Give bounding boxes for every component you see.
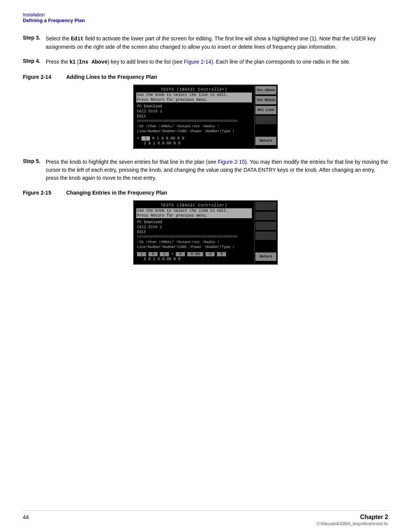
step5-block: Step 5. Press the knob to highlight the … — [23, 158, 388, 182]
fig14-btn-empty — [255, 116, 276, 124]
page-footer: 44 Chapter 2 O:\Manuals\E6385A_Amps\Book… — [23, 510, 388, 521]
fig14-arrow: > — [137, 136, 139, 141]
step3-code: Edit — [71, 36, 84, 42]
page-container: Installation Defining a Frequency Plan S… — [0, 0, 411, 532]
figure14-screen-outer: TESTS (IBASIC Controller) Use the knob t… — [133, 85, 278, 149]
fig15-btn-empty2 — [255, 212, 276, 220]
step4-link[interactable]: Figure 2-14 — [184, 59, 212, 65]
fig15-hdr1: !ID !Chan !VRRAL/ !Output!Ant !Radio ! — [136, 240, 252, 244]
step4-block: Step 4. Press the k1 (Ins Above) key to … — [23, 58, 388, 66]
fig15-hl5: 0.00 — [187, 252, 203, 256]
fig15-data2: 2 0 1 0 0.00 0 0 — [136, 257, 252, 262]
figure15-sidebar: Return — [254, 201, 277, 264]
breadcrumb: Installation Defining a Frequency Plan — [23, 11, 388, 23]
footer-file: O:\Manuals\E6385A_Amps\Book\install.fm — [317, 522, 388, 526]
step3-label: Step 3. — [23, 35, 40, 41]
figure15-screen-main: TESTS (IBASIC Controller) Use the knob t… — [134, 201, 254, 264]
fig14-sep: ========================================… — [136, 119, 252, 124]
breadcrumb-current[interactable]: Defining a Frequency Plan — [23, 18, 388, 23]
step4-k1: k1 — [70, 59, 76, 65]
figure14-screen-wrapper: TESTS (IBASIC Controller) Use the knob t… — [23, 85, 388, 149]
fig15-sep: ========================================… — [136, 235, 252, 240]
figure14-caption: Adding Lines to the Frequency Plan — [66, 74, 157, 80]
step5-text: Press the knob to highlight the seven en… — [46, 159, 388, 181]
figure15-block: Figure 2-15 Changing Entries in the Freq… — [23, 190, 388, 265]
figure15-title: Figure 2-15 Changing Entries in the Freq… — [23, 190, 388, 196]
step3-block: Step 3. Select the Edit field to activat… — [23, 35, 388, 51]
fig14-btn-return[interactable]: Return — [255, 137, 276, 145]
fig14-btn-ins-above[interactable]: Ins Above — [255, 86, 276, 94]
fig15-hl1: 1 — [137, 252, 146, 256]
fig15-btn-empty1 — [255, 202, 276, 210]
fig15-hl6: 0 — [206, 252, 215, 256]
fig15-title-bar: TESTS (IBASIC Controller) — [136, 203, 252, 208]
fig14-data2: 2 0 1 0 0.00 0 0 — [136, 141, 252, 146]
figure14-num: Figure 2-14 — [23, 74, 57, 80]
fig15-btn-empty3 — [255, 222, 276, 230]
figure15-num: Figure 2-15 — [23, 190, 57, 196]
figure15-screen-wrapper: TESTS (IBASIC Controller) Use the knob t… — [23, 200, 388, 265]
fig14-data1: > 1 0 1 0 0.00 0 0 — [136, 136, 252, 141]
fig14-r1: PC Download — [136, 104, 252, 109]
footer-page-num: 44 — [23, 514, 29, 520]
fig15-r3: Edit — [136, 230, 252, 235]
fig15-hdr2: Line!Number!Number!CSRC !Power !Number!T… — [136, 244, 252, 249]
fig14-hdr2: Line!Number!Number!CSRC !Power !Number!T… — [136, 129, 252, 134]
step4-text: Press the k1 (Ins Above) key to add line… — [46, 59, 350, 65]
fig15-r2: Cell Site 1 — [136, 225, 252, 230]
fig14-h2: Press Return for previous menu. — [136, 97, 252, 102]
fig15-h1: Use the knob to select the item to edit. — [136, 208, 252, 213]
figure14-block: Figure 2-14 Adding Lines to the Frequenc… — [23, 74, 388, 149]
fig14-r2: Cell Site 1 — [136, 109, 252, 114]
fig15-hl3: 1 — [160, 252, 169, 256]
breadcrumb-installation[interactable]: Installation — [23, 12, 45, 18]
footer-chapter: Chapter 2 — [360, 514, 388, 521]
fig14-btn-del-line[interactable]: Del Line — [255, 106, 276, 114]
fig15-btn-return[interactable]: Return — [255, 252, 276, 261]
fig15-hl7: 0 — [217, 252, 226, 256]
fig15-hl4: 0 — [176, 252, 185, 256]
figure14-title: Figure 2-14 Adding Lines to the Frequenc… — [23, 74, 388, 80]
figure15-caption: Changing Entries in the Frequency Plan — [66, 190, 167, 196]
fig15-r1: PC Download — [136, 220, 252, 225]
figure14-sidebar: Ins Above Ins Below Del Line Return — [254, 85, 277, 148]
fig14-r3: Edit — [136, 114, 252, 119]
fig14-h1: Use the knob to select the line to edit. — [136, 93, 252, 97]
step3-text: Select the Edit field to activate the lo… — [46, 35, 376, 50]
fig14-btn-ins-below[interactable]: Ins Below — [255, 96, 276, 104]
fig15-btn-empty4 — [255, 232, 276, 240]
figure15-screen-outer: TESTS (IBASIC Controller) Use the knob t… — [133, 200, 278, 265]
fig14-hdr1: !ID !Chan !VRRAL/ !Output!Ant !Radio ! — [136, 124, 252, 129]
figure14-screen-main: TESTS (IBASIC Controller) Use the knob t… — [134, 85, 254, 148]
step5-link[interactable]: Figure 2-15 — [218, 159, 245, 165]
step5-label: Step 5. — [23, 158, 40, 164]
fig14-title-bar: TESTS (IBASIC Controller) — [136, 88, 252, 92]
fig15-h2: Press Return for previous menu. — [136, 213, 252, 218]
fig15-hl2: 0 — [148, 252, 158, 256]
step4-label: Step 4. — [23, 58, 40, 64]
step4-ins: Ins Above — [79, 59, 108, 65]
fig14-highlighted-1: 1 — [142, 136, 150, 141]
fig15-data1: 1 0 1 > 0 0.00 0 0 — [136, 252, 252, 257]
